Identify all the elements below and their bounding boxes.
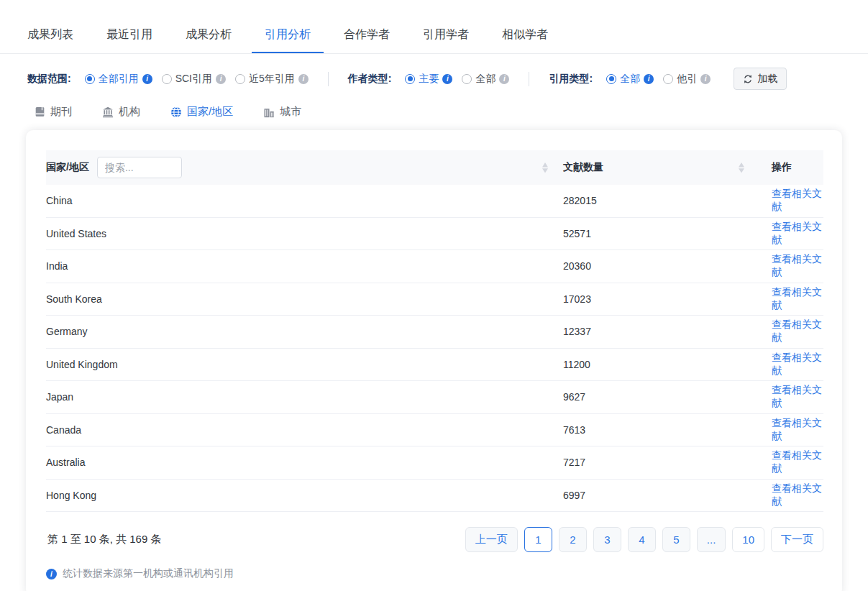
option-label: 近5年引用 — [249, 73, 295, 86]
view-tab-label: 城市 — [280, 105, 301, 119]
radio-option-all-citation-type[interactable]: 全部 — [606, 73, 654, 86]
refresh-icon — [743, 74, 753, 84]
view-related-docs-link[interactable]: 查看相关文献 — [772, 384, 822, 408]
radio-option-all-citations[interactable]: 全部引用 — [85, 73, 152, 86]
country-cell: South Korea — [46, 293, 563, 305]
view-related-docs-link[interactable]: 查看相关文献 — [772, 286, 822, 311]
table-row: Japan 9627 查看相关文献 — [46, 381, 823, 414]
tab-achievement-list[interactable]: 成果列表 — [14, 22, 86, 53]
country-cell: Japan — [46, 391, 563, 403]
column-header-action: 操作 — [754, 161, 823, 174]
country-cell: Germany — [46, 326, 563, 337]
prev-page-button[interactable]: 上一页 — [465, 527, 518, 552]
count-header-label: 文献数量 — [563, 161, 603, 174]
count-cell: 52571 — [563, 228, 754, 239]
country-cell: Australia — [46, 457, 563, 468]
view-related-docs-link[interactable]: 查看相关文献 — [772, 188, 822, 212]
radio-option-all-authors[interactable]: 全部 — [462, 73, 509, 86]
info-icon — [46, 569, 57, 579]
sort-icon[interactable] — [738, 162, 745, 174]
radio-icon — [405, 74, 415, 84]
view-related-docs-link[interactable]: 查看相关文献 — [772, 221, 822, 245]
tab-similar-scholars[interactable]: 相似学者 — [489, 22, 561, 53]
radio-option-other-citation[interactable]: 他引 — [663, 73, 711, 86]
radio-option-main-author[interactable]: 主要 — [405, 73, 452, 86]
view-related-docs-link[interactable]: 查看相关文献 — [772, 352, 822, 376]
tab-citing-scholars[interactable]: 引用学者 — [410, 22, 482, 53]
page-button-2[interactable]: 2 — [559, 527, 587, 552]
country-cell: United Kingdom — [46, 359, 563, 370]
info-icon[interactable] — [700, 74, 711, 84]
radio-icon — [235, 74, 245, 84]
info-icon[interactable] — [298, 74, 309, 84]
info-icon[interactable] — [644, 74, 654, 84]
filter-group-citation-type: 引用类型: 全部 他引 — [549, 73, 711, 86]
option-label: 全部引用 — [99, 73, 139, 86]
view-related-docs-link[interactable]: 查看相关文献 — [772, 417, 822, 441]
count-cell: 7613 — [563, 424, 754, 436]
view-related-docs-link[interactable]: 查看相关文献 — [772, 319, 822, 343]
table-footer: 第 1 至 10 条, 共 169 条 上一页 1 2 3 4 5 ... 10… — [46, 512, 823, 552]
radio-icon — [663, 74, 673, 84]
page-button-4[interactable]: 4 — [628, 527, 656, 552]
pagination-summary: 第 1 至 10 条, 共 169 条 — [46, 533, 161, 546]
load-button[interactable]: 加载 — [734, 68, 787, 90]
action-header-label: 操作 — [772, 161, 792, 173]
info-icon[interactable] — [142, 74, 152, 84]
view-tab-country[interactable]: 国家/地区 — [170, 105, 233, 119]
filter-group-author-type: 作者类型: 主要 全部 — [348, 73, 510, 86]
page-button-1[interactable]: 1 — [524, 527, 552, 552]
radio-option-sci-citations[interactable]: SCI引用 — [162, 73, 226, 86]
view-related-docs-link[interactable]: 查看相关文献 — [772, 449, 822, 474]
next-page-button[interactable]: 下一页 — [771, 527, 823, 552]
column-header-country: 国家/地区 — [46, 157, 563, 178]
option-label: 全部 — [620, 73, 640, 86]
tab-recent-citations[interactable]: 最近引用 — [93, 22, 165, 53]
count-cell: 282015 — [563, 195, 754, 206]
info-icon[interactable] — [442, 74, 452, 84]
view-tab-institution[interactable]: 机构 — [102, 105, 140, 119]
country-cell: Canada — [46, 424, 563, 436]
count-cell: 20360 — [563, 260, 754, 272]
page-ellipsis-button[interactable]: ... — [697, 527, 726, 552]
view-related-docs-link[interactable]: 查看相关文献 — [772, 482, 822, 507]
city-icon — [263, 106, 275, 118]
tab-collaborating-scholars[interactable]: 合作学者 — [331, 22, 403, 53]
country-cell: China — [46, 195, 563, 206]
filter-label: 引用类型: — [549, 73, 593, 86]
tab-citation-analysis[interactable]: 引用分析 — [252, 22, 324, 53]
country-cell: United States — [46, 228, 563, 239]
table-row: Hong Kong 6997 查看相关文献 — [46, 480, 823, 513]
table-row: United States 52571 查看相关文献 — [46, 218, 823, 251]
view-tab-label: 机构 — [119, 105, 140, 119]
option-label: 全部 — [475, 73, 495, 86]
divider — [328, 72, 329, 86]
tab-achievement-analysis[interactable]: 成果分析 — [173, 22, 245, 53]
count-cell: 6997 — [563, 490, 754, 501]
table-row: United Kingdom 11200 查看相关文献 — [46, 349, 823, 382]
view-related-docs-link[interactable]: 查看相关文献 — [772, 253, 822, 278]
table-header-row: 国家/地区 文献数量 操作 — [46, 150, 823, 185]
divider — [529, 72, 529, 86]
view-tab-label: 期刊 — [50, 105, 72, 119]
table-row: Canada 7613 查看相关文献 — [46, 414, 823, 447]
radio-icon — [162, 74, 172, 84]
radio-option-5year-citations[interactable]: 近5年引用 — [235, 73, 309, 86]
page-button-5[interactable]: 5 — [662, 527, 690, 552]
table-row: India 20360 查看相关文献 — [46, 250, 823, 283]
page-button-10[interactable]: 10 — [732, 527, 764, 552]
top-tab-bar: 成果列表 最近引用 成果分析 引用分析 合作学者 引用学者 相似学者 — [0, 0, 868, 54]
option-label: SCI引用 — [175, 73, 212, 86]
book-icon — [35, 106, 45, 117]
page-button-3[interactable]: 3 — [593, 527, 621, 552]
info-icon[interactable] — [499, 74, 509, 84]
view-tab-journal[interactable]: 期刊 — [35, 105, 72, 119]
radio-icon — [85, 74, 95, 84]
view-tab-city[interactable]: 城市 — [263, 105, 301, 119]
filter-bar: 数据范围: 全部引用 SCI引用 近5年引用 作者类型: 主要 全部 — [0, 54, 868, 98]
search-input[interactable] — [97, 157, 182, 178]
info-icon[interactable] — [216, 74, 226, 84]
sort-icon[interactable] — [542, 162, 549, 174]
country-cell: India — [46, 260, 563, 272]
count-cell: 9627 — [563, 391, 754, 403]
